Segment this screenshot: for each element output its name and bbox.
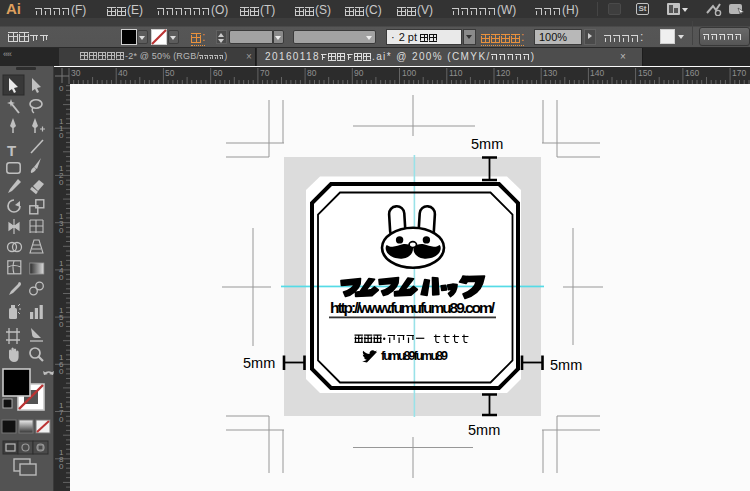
svg-text:160: 160 <box>685 68 699 78</box>
svg-text:150: 150 <box>638 68 652 78</box>
svg-text:fumu89fumu89: fumu89fumu89 <box>381 349 448 363</box>
svg-text:0: 0 <box>59 226 64 235</box>
svg-text:50: 50 <box>165 68 175 78</box>
svg-text:0: 0 <box>59 415 64 424</box>
svg-text:5mm: 5mm <box>550 357 582 373</box>
svg-text:5mm: 5mm <box>243 355 275 371</box>
svg-text:5mm: 5mm <box>468 422 500 438</box>
svg-text:40: 40 <box>118 68 128 78</box>
svg-text:0: 0 <box>59 462 64 471</box>
svg-text:0: 0 <box>59 178 64 187</box>
svg-text:0: 0 <box>59 273 64 282</box>
svg-text:0: 0 <box>59 131 64 140</box>
svg-text:60: 60 <box>213 68 223 78</box>
svg-text:30: 30 <box>71 68 81 78</box>
svg-text:0: 0 <box>59 367 64 376</box>
svg-text:140: 140 <box>590 68 604 78</box>
svg-text:120: 120 <box>496 68 510 78</box>
svg-text:0: 0 <box>59 320 64 329</box>
svg-text:170: 170 <box>732 68 746 78</box>
svg-text:100: 100 <box>402 68 416 78</box>
svg-text:http://www.fumufumu89.com/: http://www.fumufumu89.com/ <box>330 299 496 316</box>
svg-text:80: 80 <box>307 68 317 78</box>
svg-text:T: T <box>7 142 16 159</box>
svg-text:130: 130 <box>543 68 557 78</box>
svg-text:110: 110 <box>449 68 463 78</box>
svg-text:5mm: 5mm <box>471 136 503 152</box>
svg-text:70: 70 <box>260 68 270 78</box>
svg-text:90: 90 <box>354 68 364 78</box>
svg-text:0: 0 <box>59 84 64 93</box>
